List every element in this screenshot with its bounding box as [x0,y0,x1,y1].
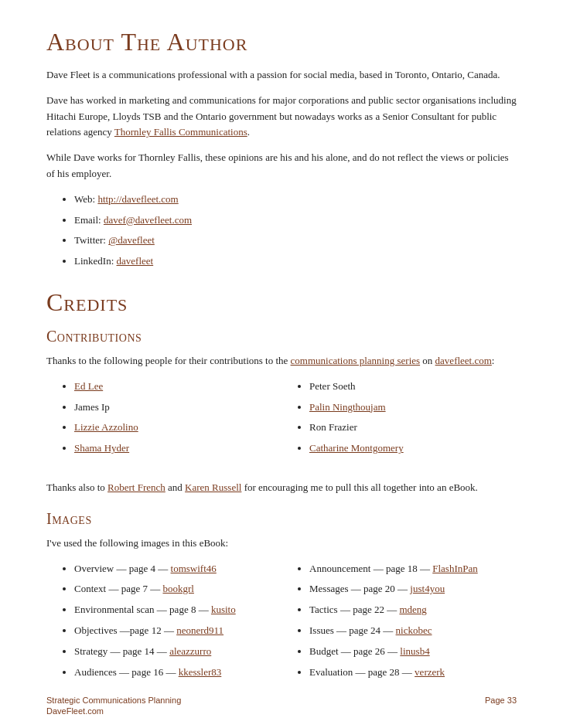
issues-text: Issues — page 24 — [309,624,396,636]
kusito-link[interactable]: kusito [211,604,236,615]
image-budget: Budget — page 26 — linusb4 [309,644,517,660]
contributor-palin: Palin Ningthoujam [309,400,517,416]
catharine-link[interactable]: Catharine Montgomery [309,442,404,454]
karen-russell-link[interactable]: Karen Russell [185,481,241,493]
about-title: About The Author [46,28,517,56]
ed-lee-link[interactable]: Ed Lee [74,380,103,392]
page-footer: Strategic Communications Planning DaveFl… [46,696,517,716]
image-announcement: Announcement — page 18 — FlashInPan [309,561,517,577]
objectives-text: Objectives —page 12 — [74,624,176,636]
budget-text: Budget — page 26 — [309,645,400,657]
thanks-also-para: Thanks also to Robert French and Karen R… [46,480,517,496]
mdeng-link[interactable]: mdeng [399,604,426,615]
env-scan-text: Environmental scan — page 8 — [74,604,211,615]
audiences-text: Audiences — page 16 — [74,666,179,678]
bookgrl-link[interactable]: bookgrl [162,583,193,594]
evaluation-text: Evaluation — page 28 — [309,666,415,678]
shama-link[interactable]: Shama Hyder [74,442,129,454]
contributions-section: Contributions Thanks to the following pe… [46,328,517,496]
about-para-1: Dave Fleet is a communications professio… [46,67,517,83]
right-contributors-list: Peter Soeth Palin Ningthoujam Ron Frazie… [309,379,517,461]
about-links-list: Web: http://davefleet.com Email: davef@d… [74,192,517,270]
tomswift46-link[interactable]: tomswift46 [171,563,217,574]
image-tactics: Tactics — page 22 — mdeng [309,602,517,618]
about-section: About The Author Dave Fleet is a communi… [46,28,517,270]
footer-line1: Strategic Communications Planning [46,696,181,705]
thornley-link[interactable]: Thornley Fallis Communications [114,126,247,138]
verzerk-link[interactable]: verzerk [415,666,445,678]
image-issues: Issues — page 24 — nickobec [309,623,517,639]
comm-planning-link[interactable]: communications planning series [291,355,421,366]
contributions-intro: Thanks to the following people for their… [46,353,517,369]
image-evaluation: Evaluation — page 28 — verzerk [309,665,517,681]
web-label: Web: [74,193,97,205]
thanks-text: Thanks also to [46,481,105,493]
image-objectives: Objectives —page 12 — neonerd911 [74,623,282,639]
lizzie-link[interactable]: Lizzie Azzolino [74,421,138,433]
contributor-shama: Shama Hyder [74,441,282,457]
contributors-lists: Ed Lee James Ip Lizzie Azzolino Shama Hy… [46,379,517,471]
contributor-james-ip: James Ip [74,400,282,416]
images-section: Images I've used the following images in… [46,510,517,695]
email-link[interactable]: davef@davefleet.com [104,214,192,226]
contributor-catharine: Catharine Montgomery [309,441,517,457]
image-messages: Messages — page 20 — just4you [309,581,517,597]
about-twitter-item: Twitter: @davefleet [74,233,517,249]
credits-title: Credits [46,288,517,317]
web-link[interactable]: http://davefleet.com [97,193,178,205]
footer-line2: DaveFleet.com [46,706,181,716]
image-strategy: Strategy — page 14 — aleazzurro [74,644,282,660]
just4you-link[interactable]: just4you [410,583,445,594]
twitter-link[interactable]: @davefleet [108,234,155,246]
kkessler83-link[interactable]: kkessler83 [179,666,222,678]
footer-left: Strategic Communications Planning DaveFl… [46,696,181,716]
linkedin-label: LinkedIn: [74,255,117,267]
flashinpan-link[interactable]: FlashInPan [432,563,478,574]
right-images-list: Announcement — page 18 — FlashInPan Mess… [309,561,517,685]
robert-french-link[interactable]: Robert French [107,481,165,493]
contributor-ed-lee: Ed Lee [74,379,282,395]
aleazzurro-link[interactable]: aleazzurro [169,645,211,657]
contributor-lizzie: Lizzie Azzolino [74,420,282,436]
palin-link[interactable]: Palin Ningthoujam [309,401,386,413]
contributor-peter: Peter Soeth [309,379,517,395]
intro-text: Thanks to the following people for their… [46,355,288,366]
about-web-item: Web: http://davefleet.com [74,192,517,208]
context-text: Context — page 7 — [74,583,162,594]
neonerd911-link[interactable]: neonerd911 [176,624,223,636]
overview-text: Overview — page 4 — [74,563,171,574]
about-linkedin-item: LinkedIn: davefleet [74,253,517,270]
image-env-scan: Environmental scan — page 8 — kusito [74,602,282,618]
about-para-3: While Dave works for Thornley Fallis, th… [46,150,517,182]
left-contributors-list: Ed Lee James Ip Lizzie Azzolino Shama Hy… [74,379,282,461]
thanks-rest: for encouraging me to pull this all toge… [244,481,478,493]
linusb4-link[interactable]: linusb4 [400,645,429,657]
images-subtitle: Images [46,510,517,528]
linkedin-link[interactable]: davefleet [117,255,154,267]
thanks-and: and [168,481,185,493]
image-context: Context — page 7 — bookgrl [74,581,282,597]
images-intro: I've used the following images in this e… [46,536,517,552]
image-overview: Overview — page 4 — tomswift46 [74,561,282,577]
credits-section: Credits Contributions Thanks to the foll… [46,288,517,694]
intro-text3: : [492,355,495,366]
nickobec-link[interactable]: nickobec [396,624,432,636]
contributor-ron: Ron Frazier [309,420,517,436]
davefleet-link[interactable]: davefleet.com [435,355,492,366]
intro-text2: on [422,355,432,366]
left-images-list: Overview — page 4 — tomswift46 Context —… [74,561,282,685]
image-audiences: Audiences — page 16 — kkessler83 [74,665,282,681]
images-lists: Overview — page 4 — tomswift46 Context —… [46,561,517,695]
announcement-text: Announcement — page 18 — [309,563,432,574]
email-label: Email: [74,214,104,226]
footer-page-number: Page 33 [485,696,517,716]
about-para-2: Dave has worked in marketing and communi… [46,93,517,141]
contributions-subtitle: Contributions [46,328,517,345]
strategy-text: Strategy — page 14 — [74,645,169,657]
about-para-2-end: . [247,126,250,138]
about-email-item: Email: davef@davefleet.com [74,213,517,229]
messages-text: Messages — page 20 — [309,583,410,594]
twitter-label: Twitter: [74,234,108,246]
tactics-text: Tactics — page 22 — [309,604,399,615]
